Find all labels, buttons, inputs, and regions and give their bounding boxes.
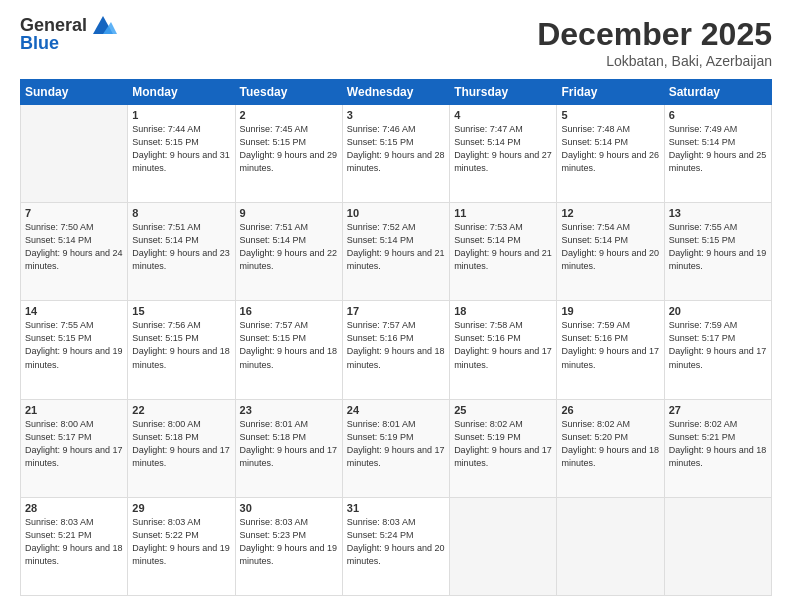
day-info: Sunrise: 7:57 AMSunset: 5:15 PMDaylight:… [240, 319, 338, 371]
day-number: 27 [669, 404, 767, 416]
calendar-cell [664, 497, 771, 595]
day-number: 23 [240, 404, 338, 416]
day-number: 24 [347, 404, 445, 416]
calendar-cell: 28Sunrise: 8:03 AMSunset: 5:21 PMDayligh… [21, 497, 128, 595]
day-info: Sunrise: 7:49 AMSunset: 5:14 PMDaylight:… [669, 123, 767, 175]
day-info: Sunrise: 7:56 AMSunset: 5:15 PMDaylight:… [132, 319, 230, 371]
day-number: 25 [454, 404, 552, 416]
header: General Blue December 2025 Lokbatan, Bak… [20, 16, 772, 69]
calendar-cell: 5Sunrise: 7:48 AMSunset: 5:14 PMDaylight… [557, 105, 664, 203]
weekday-header-tuesday: Tuesday [235, 80, 342, 105]
calendar-cell: 30Sunrise: 8:03 AMSunset: 5:23 PMDayligh… [235, 497, 342, 595]
day-number: 31 [347, 502, 445, 514]
day-number: 17 [347, 305, 445, 317]
calendar-cell: 31Sunrise: 8:03 AMSunset: 5:24 PMDayligh… [342, 497, 449, 595]
calendar-cell: 27Sunrise: 8:02 AMSunset: 5:21 PMDayligh… [664, 399, 771, 497]
calendar-cell: 1Sunrise: 7:44 AMSunset: 5:15 PMDaylight… [128, 105, 235, 203]
day-info: Sunrise: 7:58 AMSunset: 5:16 PMDaylight:… [454, 319, 552, 371]
calendar-table: SundayMondayTuesdayWednesdayThursdayFrid… [20, 79, 772, 596]
day-number: 28 [25, 502, 123, 514]
day-number: 13 [669, 207, 767, 219]
day-number: 1 [132, 109, 230, 121]
day-number: 6 [669, 109, 767, 121]
logo: General Blue [20, 16, 117, 54]
calendar-cell: 3Sunrise: 7:46 AMSunset: 5:15 PMDaylight… [342, 105, 449, 203]
calendar-cell [450, 497, 557, 595]
day-number: 10 [347, 207, 445, 219]
weekday-header-thursday: Thursday [450, 80, 557, 105]
calendar-week-3: 14Sunrise: 7:55 AMSunset: 5:15 PMDayligh… [21, 301, 772, 399]
weekday-header-friday: Friday [557, 80, 664, 105]
calendar-cell: 13Sunrise: 7:55 AMSunset: 5:15 PMDayligh… [664, 203, 771, 301]
day-info: Sunrise: 7:46 AMSunset: 5:15 PMDaylight:… [347, 123, 445, 175]
day-number: 30 [240, 502, 338, 514]
day-info: Sunrise: 7:51 AMSunset: 5:14 PMDaylight:… [132, 221, 230, 273]
calendar-cell: 4Sunrise: 7:47 AMSunset: 5:14 PMDaylight… [450, 105, 557, 203]
day-info: Sunrise: 8:03 AMSunset: 5:22 PMDaylight:… [132, 516, 230, 568]
day-info: Sunrise: 7:44 AMSunset: 5:15 PMDaylight:… [132, 123, 230, 175]
day-info: Sunrise: 7:59 AMSunset: 5:17 PMDaylight:… [669, 319, 767, 371]
calendar-cell: 20Sunrise: 7:59 AMSunset: 5:17 PMDayligh… [664, 301, 771, 399]
day-number: 4 [454, 109, 552, 121]
calendar-cell: 8Sunrise: 7:51 AMSunset: 5:14 PMDaylight… [128, 203, 235, 301]
calendar-cell [21, 105, 128, 203]
day-number: 5 [561, 109, 659, 121]
day-info: Sunrise: 7:55 AMSunset: 5:15 PMDaylight:… [25, 319, 123, 371]
day-info: Sunrise: 7:59 AMSunset: 5:16 PMDaylight:… [561, 319, 659, 371]
calendar-cell: 24Sunrise: 8:01 AMSunset: 5:19 PMDayligh… [342, 399, 449, 497]
calendar-cell: 21Sunrise: 8:00 AMSunset: 5:17 PMDayligh… [21, 399, 128, 497]
calendar-cell: 25Sunrise: 8:02 AMSunset: 5:19 PMDayligh… [450, 399, 557, 497]
day-number: 21 [25, 404, 123, 416]
title-block: December 2025 Lokbatan, Baki, Azerbaijan [537, 16, 772, 69]
day-number: 15 [132, 305, 230, 317]
day-info: Sunrise: 7:51 AMSunset: 5:14 PMDaylight:… [240, 221, 338, 273]
calendar-cell: 7Sunrise: 7:50 AMSunset: 5:14 PMDaylight… [21, 203, 128, 301]
calendar-cell: 16Sunrise: 7:57 AMSunset: 5:15 PMDayligh… [235, 301, 342, 399]
day-number: 9 [240, 207, 338, 219]
day-number: 7 [25, 207, 123, 219]
day-number: 11 [454, 207, 552, 219]
day-number: 22 [132, 404, 230, 416]
calendar-week-1: 1Sunrise: 7:44 AMSunset: 5:15 PMDaylight… [21, 105, 772, 203]
weekday-header-sunday: Sunday [21, 80, 128, 105]
logo-icon [89, 14, 117, 36]
calendar-cell: 12Sunrise: 7:54 AMSunset: 5:14 PMDayligh… [557, 203, 664, 301]
weekday-header-wednesday: Wednesday [342, 80, 449, 105]
day-number: 3 [347, 109, 445, 121]
calendar-cell: 10Sunrise: 7:52 AMSunset: 5:14 PMDayligh… [342, 203, 449, 301]
day-info: Sunrise: 8:01 AMSunset: 5:19 PMDaylight:… [347, 418, 445, 470]
day-info: Sunrise: 7:57 AMSunset: 5:16 PMDaylight:… [347, 319, 445, 371]
day-info: Sunrise: 8:02 AMSunset: 5:20 PMDaylight:… [561, 418, 659, 470]
calendar-week-2: 7Sunrise: 7:50 AMSunset: 5:14 PMDaylight… [21, 203, 772, 301]
day-info: Sunrise: 7:48 AMSunset: 5:14 PMDaylight:… [561, 123, 659, 175]
day-info: Sunrise: 7:45 AMSunset: 5:15 PMDaylight:… [240, 123, 338, 175]
calendar-cell [557, 497, 664, 595]
calendar-cell: 19Sunrise: 7:59 AMSunset: 5:16 PMDayligh… [557, 301, 664, 399]
calendar-cell: 18Sunrise: 7:58 AMSunset: 5:16 PMDayligh… [450, 301, 557, 399]
calendar-cell: 14Sunrise: 7:55 AMSunset: 5:15 PMDayligh… [21, 301, 128, 399]
calendar-cell: 29Sunrise: 8:03 AMSunset: 5:22 PMDayligh… [128, 497, 235, 595]
calendar-cell: 15Sunrise: 7:56 AMSunset: 5:15 PMDayligh… [128, 301, 235, 399]
logo-blue: Blue [20, 34, 117, 54]
calendar-cell: 2Sunrise: 7:45 AMSunset: 5:15 PMDaylight… [235, 105, 342, 203]
day-info: Sunrise: 7:52 AMSunset: 5:14 PMDaylight:… [347, 221, 445, 273]
day-number: 2 [240, 109, 338, 121]
day-number: 29 [132, 502, 230, 514]
day-number: 12 [561, 207, 659, 219]
day-info: Sunrise: 7:47 AMSunset: 5:14 PMDaylight:… [454, 123, 552, 175]
calendar-cell: 22Sunrise: 8:00 AMSunset: 5:18 PMDayligh… [128, 399, 235, 497]
weekday-header-saturday: Saturday [664, 80, 771, 105]
day-number: 14 [25, 305, 123, 317]
day-number: 19 [561, 305, 659, 317]
day-info: Sunrise: 8:00 AMSunset: 5:18 PMDaylight:… [132, 418, 230, 470]
day-info: Sunrise: 7:54 AMSunset: 5:14 PMDaylight:… [561, 221, 659, 273]
day-info: Sunrise: 8:01 AMSunset: 5:18 PMDaylight:… [240, 418, 338, 470]
day-number: 18 [454, 305, 552, 317]
day-number: 20 [669, 305, 767, 317]
day-info: Sunrise: 8:02 AMSunset: 5:19 PMDaylight:… [454, 418, 552, 470]
calendar-cell: 6Sunrise: 7:49 AMSunset: 5:14 PMDaylight… [664, 105, 771, 203]
day-number: 8 [132, 207, 230, 219]
day-info: Sunrise: 7:53 AMSunset: 5:14 PMDaylight:… [454, 221, 552, 273]
weekday-header-monday: Monday [128, 80, 235, 105]
calendar-cell: 17Sunrise: 7:57 AMSunset: 5:16 PMDayligh… [342, 301, 449, 399]
